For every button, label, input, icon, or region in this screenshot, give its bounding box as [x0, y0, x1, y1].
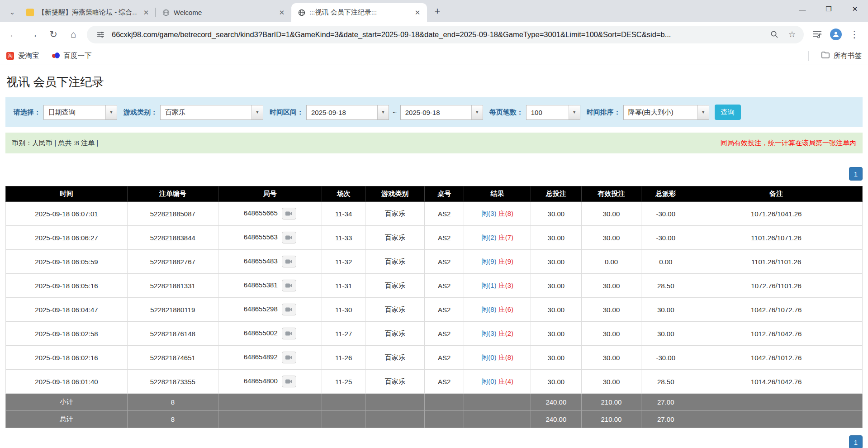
cell-time: 2025-09-18 06:04:47 — [6, 298, 128, 322]
query-type-select[interactable]: 日期查询 ▼ — [43, 105, 117, 120]
cell-valid-bet: 30.00 — [581, 298, 641, 322]
cell-total-bet[interactable]: 30.00 — [531, 202, 581, 226]
column-header: 场次 — [322, 186, 365, 202]
video-replay-button[interactable] — [282, 208, 296, 219]
cell-time: 2025-09-18 06:02:58 — [6, 322, 128, 346]
cell-total-bet[interactable]: 30.00 — [531, 274, 581, 298]
date-start-select[interactable]: 2025-09-18 ▼ — [306, 105, 389, 120]
table-row: 2025-09-18 06:04:47522821880119648655298… — [6, 298, 863, 322]
media-controls-icon[interactable] — [808, 25, 826, 43]
search-button[interactable]: 查询 — [715, 105, 741, 120]
cell-table-no: AS2 — [425, 322, 464, 346]
cell-session: 11-32 — [322, 250, 365, 274]
video-icon — [285, 259, 292, 264]
tab-close-icon[interactable]: ✕ — [277, 8, 287, 18]
video-replay-button[interactable] — [282, 328, 296, 339]
tab-bet-record[interactable]: :::视讯 会员下注纪录::: ✕ — [291, 3, 427, 22]
browser-window: ⌄ 【新提醒】海燕策略论坛 - 综合... ✕ Welcome ✕ :::视讯 … — [0, 0, 868, 65]
bookmark-baidu[interactable]: 百度一下 — [52, 51, 92, 61]
page-number-button[interactable]: 1 — [849, 167, 863, 181]
browser-menu-icon[interactable]: ⋮ — [845, 25, 863, 43]
cell-total-bet[interactable]: 30.00 — [531, 298, 581, 322]
back-button[interactable]: ← — [5, 25, 23, 43]
cell-valid-bet: 30.00 — [581, 370, 641, 394]
column-header: 时间 — [6, 186, 128, 202]
cell-payout: 30.00 — [641, 322, 690, 346]
all-bookmarks-button[interactable]: 所有书签 — [821, 51, 862, 61]
subtotal-row: 小计 8 240.00 210.00 27.00 — [6, 394, 863, 411]
video-replay-button[interactable] — [282, 304, 296, 315]
video-replay-button[interactable] — [282, 376, 296, 387]
tab-close-icon[interactable]: ✕ — [413, 8, 422, 18]
chevron-down-icon[interactable]: ▼ — [251, 105, 263, 119]
round-number: 648655665 — [244, 209, 278, 217]
video-replay-button[interactable] — [282, 352, 296, 363]
cell-payout: 30.00 — [641, 298, 690, 322]
url-text[interactable]: 66cxkj98.com/game/betrecord_search/kind3… — [112, 30, 763, 39]
tab-forum[interactable]: 【新提醒】海燕策略论坛 - 综合... ✕ — [20, 3, 156, 22]
cell-game-type: 百家乐 — [365, 202, 425, 226]
cell-result: 闲(8) 庄(6) — [464, 298, 531, 322]
forward-button[interactable]: → — [24, 25, 43, 43]
page-size-select[interactable]: 100 ▼ — [526, 105, 580, 120]
cell-bet-id: 522821882767 — [127, 250, 218, 274]
column-header: 有效投注 — [581, 186, 641, 202]
refresh-button[interactable]: ↻ — [44, 25, 62, 43]
cell-game-type: 百家乐 — [365, 370, 425, 394]
cell-total-bet[interactable]: 30.00 — [531, 322, 581, 346]
tab-welcome[interactable]: Welcome ✕ — [156, 3, 291, 22]
round-number: 648655483 — [244, 257, 278, 265]
chevron-down-icon[interactable]: ▼ — [105, 105, 117, 119]
cell-total-bet[interactable]: 30.00 — [531, 370, 581, 394]
cell-table-no: AS2 — [425, 298, 464, 322]
chevron-down-icon[interactable]: ▼ — [471, 105, 483, 119]
new-tab-button[interactable]: + — [430, 4, 445, 19]
cell-total-bet[interactable]: 30.00 — [531, 226, 581, 250]
date-separator: ~ — [393, 109, 397, 116]
cell-note: 1012.76/1042.76 — [690, 322, 863, 346]
tab-search-button[interactable]: ⌄ — [5, 5, 19, 19]
cell-round: 648655665 — [218, 202, 322, 226]
folder-icon — [821, 52, 830, 60]
video-replay-button[interactable] — [282, 256, 296, 267]
game-type-select[interactable]: 百家乐 ▼ — [160, 105, 263, 120]
maximize-button[interactable]: ❐ — [816, 0, 842, 18]
sort-select[interactable]: 降幂(由大到小) ▼ — [623, 105, 709, 120]
subtotal-count: 8 — [127, 394, 218, 411]
tab-title: Welcome — [174, 9, 273, 16]
cell-total-bet[interactable]: 30.00 — [531, 250, 581, 274]
video-replay-button[interactable] — [282, 232, 296, 243]
chevron-down-icon[interactable]: ▼ — [377, 105, 389, 119]
cell-time: 2025-09-18 06:06:27 — [6, 226, 128, 250]
player-result: 闲(2) — [481, 234, 496, 241]
tab-close-icon[interactable]: ✕ — [141, 8, 151, 18]
bookmark-label: 百度一下 — [64, 51, 92, 61]
bookmark-taobao[interactable]: 淘 爱淘宝 — [6, 51, 39, 61]
page-number-button[interactable]: 1 — [849, 435, 863, 448]
banker-result: 庄(2) — [498, 329, 513, 337]
site-settings-icon[interactable] — [94, 28, 107, 41]
video-replay-button[interactable] — [282, 280, 296, 291]
column-header: 总投注 — [531, 186, 581, 202]
cell-round: 648654800 — [218, 370, 322, 394]
video-icon — [285, 379, 292, 384]
round-number: 648654800 — [244, 377, 278, 385]
browser-toolbar: ← → ↻ ⌂ 66cxkj98.com/game/betrecord_sear… — [0, 22, 868, 47]
chevron-down-icon[interactable]: ▼ — [569, 105, 580, 119]
zoom-icon[interactable] — [768, 28, 781, 41]
window-controls: — ❐ ✕ — [789, 0, 868, 18]
profile-avatar[interactable] — [828, 27, 844, 42]
close-window-button[interactable]: ✕ — [842, 0, 868, 18]
cell-time: 2025-09-18 06:07:01 — [6, 202, 128, 226]
home-button[interactable]: ⌂ — [64, 25, 82, 43]
cell-total-bet[interactable]: 30.00 — [531, 346, 581, 370]
date-end-select[interactable]: 2025-09-18 ▼ — [400, 105, 483, 120]
cell-game-type: 百家乐 — [365, 226, 425, 250]
cell-payout: -30.00 — [641, 202, 690, 226]
bookmark-star-icon[interactable]: ☆ — [786, 28, 798, 41]
table-row: 2025-09-18 06:05:16522821881331648655381… — [6, 274, 863, 298]
address-bar[interactable]: 66cxkj98.com/game/betrecord_search/kind3… — [87, 26, 804, 43]
minimize-button[interactable]: — — [789, 0, 816, 18]
table-row: 2025-09-18 06:02:16522821874651648654892… — [6, 346, 863, 370]
chevron-down-icon[interactable]: ▼ — [697, 105, 709, 119]
